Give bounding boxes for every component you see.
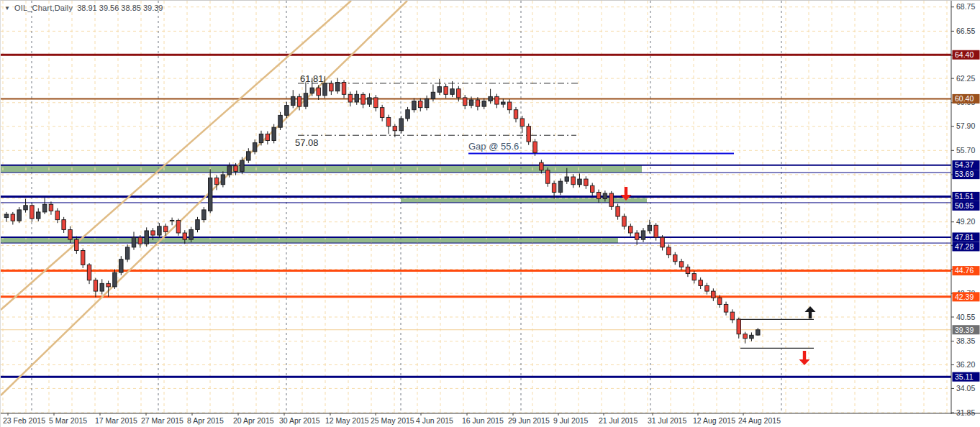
candle-down (673, 255, 678, 262)
price-badge-label: 39.39 (955, 326, 974, 334)
candle-down (266, 134, 270, 140)
candle-up (113, 272, 117, 287)
candle-up (227, 166, 232, 175)
candle-up (450, 89, 455, 95)
candle-up (196, 220, 200, 230)
candle-down (514, 110, 518, 119)
candle-down (49, 204, 53, 211)
price-badge-label: 54.37 (955, 160, 974, 169)
candle-up (247, 152, 251, 160)
candle-up (756, 330, 761, 335)
candle-up (125, 247, 130, 260)
price-badge-label: 53.69 (955, 170, 974, 178)
candle-up (502, 102, 506, 104)
candle-down (737, 319, 741, 334)
candle-down (183, 233, 186, 239)
candle-down (661, 237, 665, 247)
time-tick-label: 21 Jul 2015 (599, 416, 638, 425)
candle-up (42, 204, 47, 212)
candle-down (393, 127, 397, 131)
candle-down (724, 304, 728, 312)
price-badge-label: 42.39 (955, 293, 974, 301)
candle-down (596, 192, 601, 198)
candle-up (17, 210, 22, 221)
time-tick-label: 25 May 2015 (371, 416, 414, 425)
candle-down (386, 117, 391, 126)
time-tick-label: 23 Feb 2015 (3, 416, 45, 425)
price-chart-canvas[interactable]: 61.8157.08Gap @ 55.668.7566.5564.3562.25… (1, 1, 980, 427)
candle-up (437, 87, 442, 93)
candle-up (648, 225, 652, 231)
candle-down (717, 298, 722, 304)
candle-down (699, 280, 703, 286)
candle-up (335, 82, 340, 91)
candle-down (609, 193, 614, 206)
candle-up (603, 193, 607, 199)
candle-down (457, 89, 461, 98)
candle-up (558, 181, 563, 192)
candle-up (431, 92, 435, 98)
candle-up (368, 98, 372, 104)
candle-up (145, 231, 149, 244)
candle-down (705, 285, 709, 291)
candle-down (87, 265, 91, 280)
candle-down (361, 94, 366, 104)
candle-down (692, 274, 697, 280)
zone-rectangle (1, 237, 618, 243)
annotation-label: 61.81 (300, 73, 324, 84)
candle-down (622, 216, 627, 226)
price-badge-label: 60.40 (955, 94, 974, 103)
candle-down (151, 231, 155, 235)
candle-down (94, 280, 98, 291)
candle-up (221, 175, 225, 185)
candle-up (406, 110, 410, 119)
candle-up (259, 134, 263, 142)
candle-down (297, 96, 301, 106)
time-tick-label: 17 Mar 2015 (95, 416, 137, 425)
candle-up (24, 206, 28, 210)
candle-down (380, 108, 384, 118)
candle-down (730, 312, 735, 320)
candle-down (635, 233, 639, 239)
candle-down (138, 237, 142, 244)
candle-down (616, 206, 620, 216)
price-tick-label: 31.85 (956, 408, 975, 417)
candle-down (533, 142, 537, 152)
price-tick-label: 55.70 (956, 146, 975, 155)
time-tick-label: 5 Mar 2015 (49, 416, 87, 425)
candle-down (164, 226, 168, 232)
candle-up (208, 178, 212, 211)
chart-window: 61.8157.08Gap @ 55.668.7566.5564.3562.25… (0, 0, 980, 427)
candle-down (348, 94, 353, 102)
price-badge-label: 44.76 (955, 266, 974, 275)
candle-up (291, 96, 296, 105)
chart-title: ▼ OIL_Chart,Daily 38.91 39.56 38.85 39.3… (4, 4, 163, 12)
dropdown-triangle-icon[interactable]: ▼ (4, 5, 10, 12)
time-tick-label: 24 Aug 2015 (738, 416, 781, 425)
candle-down (55, 211, 60, 219)
candle-down (679, 262, 684, 267)
time-tick-label: 9 Jul 2015 (553, 416, 589, 425)
candle-down (712, 291, 716, 298)
candle-down (629, 226, 633, 233)
time-tick-label: 4 Jun 2015 (416, 416, 453, 425)
price-tick-label: 36.20 (956, 360, 975, 369)
candle-down (444, 87, 448, 95)
time-tick-label: 20 Apr 2015 (233, 416, 274, 425)
price-tick-label: 62.25 (956, 74, 975, 83)
candle-down (667, 247, 671, 255)
candle-down (11, 214, 15, 221)
candle-down (342, 82, 346, 94)
candle-down (546, 170, 550, 183)
annotation-label: 57.08 (295, 137, 319, 148)
time-tick-label: 31 Jul 2015 (648, 416, 686, 425)
candle-up (425, 98, 429, 107)
candle-down (552, 183, 556, 192)
candle-down (62, 220, 66, 230)
candle-up (469, 100, 473, 106)
candle-up (355, 94, 359, 102)
candle-down (463, 98, 467, 106)
candle-up (132, 237, 136, 247)
price-tick-label: 34.05 (956, 384, 975, 392)
candle-down (743, 334, 748, 339)
